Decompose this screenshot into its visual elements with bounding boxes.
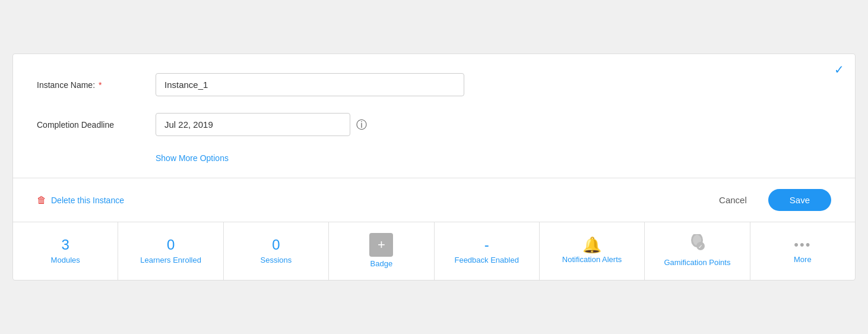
badge-icon: + <box>369 233 393 257</box>
learners-label: Learners Enrolled <box>140 256 201 266</box>
delete-instance-button[interactable]: 🗑 Delete this Instance <box>37 195 124 206</box>
bell-icon: 🔔 <box>582 237 601 253</box>
modules-label: Modules <box>51 256 80 266</box>
badge-label: Badge <box>370 259 393 269</box>
svg-text:✓: ✓ <box>698 244 703 250</box>
learners-item[interactable]: 0 Learners Enrolled <box>118 222 223 280</box>
form-section: Instance Name: * Completion Deadline ⓘ S… <box>13 54 855 178</box>
badge-item[interactable]: + Badge <box>329 222 434 280</box>
feedback-label: Feedback Enabled <box>454 256 518 266</box>
bottom-bar: 3 Modules 0 Learners Enrolled 0 Sessions… <box>13 222 855 280</box>
instance-name-label: Instance Name: * <box>37 80 156 90</box>
sessions-count: 0 <box>272 237 280 253</box>
trash-icon: 🗑 <box>37 195 46 206</box>
instance-name-row: Instance Name: * <box>37 73 831 96</box>
required-indicator: * <box>99 80 102 90</box>
delete-label: Delete this Instance <box>51 196 124 205</box>
gamification-label: Gamification Points <box>664 258 730 268</box>
modules-count: 3 <box>62 237 69 253</box>
instance-card: ✓ Instance Name: * Completion Deadline ⓘ… <box>12 53 856 281</box>
more-icon: ••• <box>794 237 811 253</box>
more-label: More <box>794 255 812 265</box>
collapse-button[interactable]: ✓ <box>834 62 844 77</box>
completion-deadline-label: Completion Deadline <box>37 120 156 130</box>
sessions-label: Sessions <box>261 256 292 266</box>
action-row: 🗑 Delete this Instance Cancel Save <box>13 178 855 222</box>
instance-name-input[interactable] <box>156 73 464 96</box>
gamification-item[interactable]: ✓ Gamification Points <box>645 222 750 280</box>
info-icon[interactable]: ⓘ <box>356 118 367 132</box>
more-item[interactable]: ••• More <box>750 222 855 280</box>
notifications-label: Notification Alerts <box>562 255 622 265</box>
date-input-wrapper: ⓘ <box>156 113 367 136</box>
save-button[interactable]: Save <box>768 189 831 211</box>
show-more-link[interactable]: Show More Options <box>156 153 229 163</box>
feedback-item[interactable]: - Feedback Enabled <box>435 222 540 280</box>
learners-count: 0 <box>167 237 175 253</box>
sessions-item[interactable]: 0 Sessions <box>224 222 329 280</box>
completion-deadline-input[interactable] <box>156 113 350 136</box>
gamification-icon: ✓ <box>688 234 707 256</box>
action-buttons: Cancel Save <box>709 189 831 211</box>
cancel-button[interactable]: Cancel <box>709 190 756 210</box>
notifications-item[interactable]: 🔔 Notification Alerts <box>540 222 645 280</box>
completion-deadline-row: Completion Deadline ⓘ <box>37 113 831 136</box>
feedback-count: - <box>484 237 489 253</box>
modules-item[interactable]: 3 Modules <box>13 222 118 280</box>
